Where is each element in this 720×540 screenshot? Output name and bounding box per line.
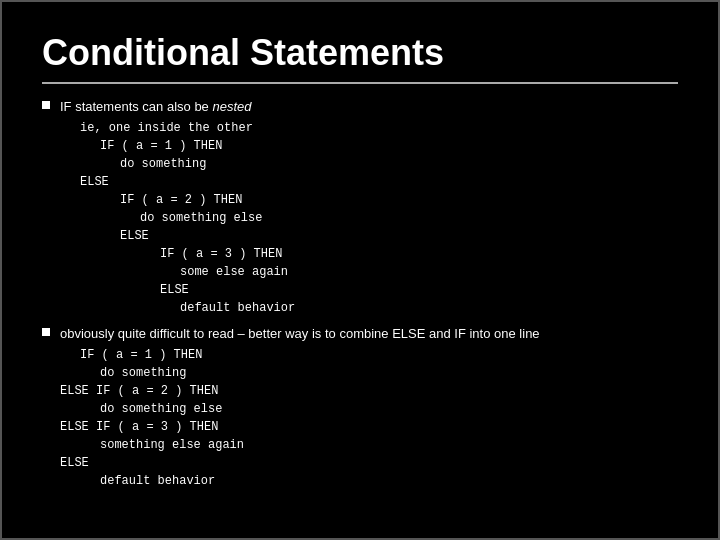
nested-line-8: some else again <box>60 263 295 281</box>
bullet-1-label: IF statements can also be nested <box>60 99 252 114</box>
bullet-item-1: IF statements can also be nested ie, one… <box>42 98 678 319</box>
slide-title: Conditional Statements <box>42 32 678 74</box>
nested-line-5: do something else <box>60 209 295 227</box>
elseif-line-6: something else again <box>60 436 540 454</box>
title-divider <box>42 82 678 84</box>
elseif-line-8: default behavior <box>60 472 540 490</box>
elseif-line-4: do something else <box>60 400 540 418</box>
nested-line-1: IF ( a = 1 ) THEN <box>60 137 295 155</box>
bullet-2-label: obviously quite difficult to read – bett… <box>60 326 540 341</box>
nested-line-2: do something <box>60 155 295 173</box>
bullet-1-sub: ie, one inside the other IF ( a = 1 ) TH… <box>60 119 295 317</box>
nested-line-7: IF ( a = 3 ) THEN <box>60 245 295 263</box>
elseif-line-2: do something <box>60 364 540 382</box>
slide: Conditional Statements IF statements can… <box>0 0 720 540</box>
slide-content: IF statements can also be nested ie, one… <box>42 98 678 496</box>
bullet-square-1 <box>42 101 50 109</box>
bullet-square-2 <box>42 328 50 336</box>
nested-line-6: ELSE <box>60 227 295 245</box>
bullet-2-content: obviously quite difficult to read – bett… <box>60 325 540 492</box>
bullet-item-2: obviously quite difficult to read – bett… <box>42 325 678 492</box>
nested-line-4: IF ( a = 2 ) THEN <box>60 191 295 209</box>
elseif-line-1: IF ( a = 1 ) THEN <box>60 346 540 364</box>
nested-line-3: ELSE <box>60 173 295 191</box>
nested-sub-label: ie, one inside the other <box>60 119 295 137</box>
elseif-line-7: ELSE <box>60 454 540 472</box>
bullet-1-content: IF statements can also be nested ie, one… <box>60 98 295 319</box>
nested-line-10: default behavior <box>60 299 295 317</box>
elseif-line-3: ELSE IF ( a = 2 ) THEN <box>60 382 540 400</box>
bullet-2-code: IF ( a = 1 ) THEN do something ELSE IF (… <box>60 346 540 490</box>
elseif-line-5: ELSE IF ( a = 3 ) THEN <box>60 418 540 436</box>
nested-line-9: ELSE <box>60 281 295 299</box>
